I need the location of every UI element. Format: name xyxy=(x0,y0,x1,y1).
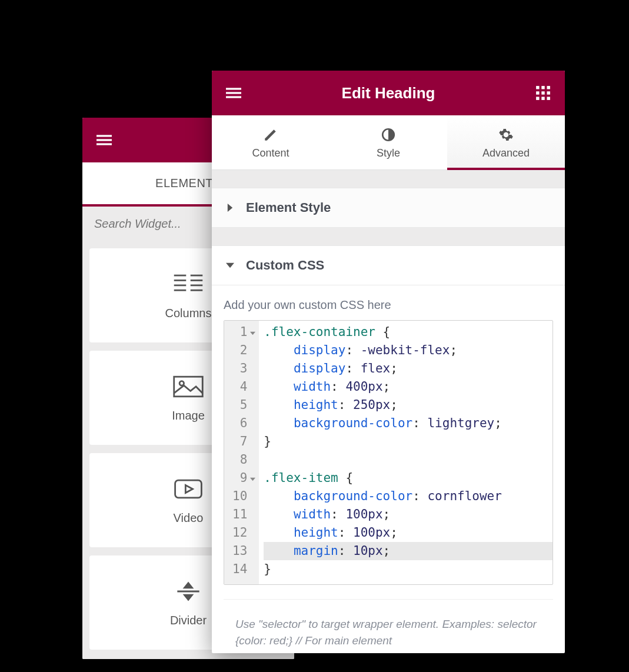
caret-down-icon xyxy=(226,261,234,270)
code-line[interactable]: .flex-item { xyxy=(264,469,553,487)
code-line[interactable]: height: 250px; xyxy=(264,396,553,414)
svg-rect-18 xyxy=(536,86,539,89)
css-hint: Add your own custom CSS here xyxy=(224,298,553,312)
line-number: 5 xyxy=(232,396,255,414)
custom-css-area: Add your own custom CSS here 12345678910… xyxy=(212,285,565,648)
code-line[interactable]: background-color: lightgrey; xyxy=(264,414,553,433)
section-element-style[interactable]: Element Style xyxy=(212,188,565,228)
section-custom-css[interactable]: Custom CSS xyxy=(212,245,565,285)
line-number: 11 xyxy=(232,505,255,524)
panel-title: Edit Heading xyxy=(242,84,534,102)
svg-rect-15 xyxy=(226,88,241,89)
fold-caret-icon[interactable] xyxy=(250,331,255,336)
svg-rect-20 xyxy=(547,86,550,89)
svg-rect-24 xyxy=(536,97,539,100)
line-number: 7 xyxy=(232,433,255,451)
widget-label: Divider xyxy=(170,614,207,627)
svg-rect-1 xyxy=(96,139,112,141)
code-line[interactable]: .flex-container { xyxy=(264,323,553,341)
apps-grid-icon[interactable] xyxy=(534,84,552,102)
svg-rect-22 xyxy=(541,91,544,94)
line-number: 12 xyxy=(232,524,255,542)
line-gutter: 1234567891011121314 xyxy=(224,321,259,584)
tab-content[interactable]: Content xyxy=(212,115,330,169)
code-line[interactable]: margin: 10px; xyxy=(264,542,553,560)
note: Use "selector" to target wrapper element… xyxy=(224,599,553,648)
line-number: 2 xyxy=(232,341,255,360)
svg-rect-0 xyxy=(96,135,112,137)
svg-rect-25 xyxy=(541,97,544,100)
line-number: 4 xyxy=(232,378,255,396)
line-number: 9 xyxy=(232,469,255,487)
widget-label: Image xyxy=(172,409,205,423)
tab-advanced[interactable]: Advanced xyxy=(447,115,565,170)
code-line[interactable]: display: -webkit-flex; xyxy=(264,341,553,360)
fold-caret-icon[interactable] xyxy=(250,477,255,482)
code-content[interactable]: .flex-container { display: -webkit-flex;… xyxy=(259,321,553,584)
note-text: Use "selector" to target wrapper element… xyxy=(235,616,541,648)
tab-style[interactable]: Style xyxy=(330,115,447,169)
svg-rect-16 xyxy=(226,92,241,94)
line-number: 13 xyxy=(232,542,255,560)
svg-rect-13 xyxy=(175,480,202,498)
tab-label: Style xyxy=(330,147,447,159)
svg-rect-19 xyxy=(541,86,544,89)
svg-rect-21 xyxy=(536,91,539,94)
widget-label: Video xyxy=(174,511,204,525)
line-number: 3 xyxy=(232,360,255,378)
line-number: 8 xyxy=(232,451,255,469)
code-line[interactable]: width: 400px; xyxy=(264,378,553,396)
code-line[interactable]: display: flex; xyxy=(264,360,553,378)
code-line[interactable]: } xyxy=(264,560,553,578)
widget-label: Columns xyxy=(165,307,212,320)
svg-rect-2 xyxy=(96,143,112,145)
tab-bar: ContentStyleAdvanced xyxy=(212,115,565,170)
svg-rect-23 xyxy=(547,91,550,94)
section-title: Custom CSS xyxy=(246,258,324,273)
tab-label: Advanced xyxy=(447,147,565,159)
caret-right-icon xyxy=(226,204,234,212)
svg-rect-17 xyxy=(226,96,241,98)
svg-point-12 xyxy=(179,381,184,385)
line-number: 6 xyxy=(232,414,255,433)
code-line[interactable]: height: 100px; xyxy=(264,524,553,542)
code-line[interactable]: width: 100px; xyxy=(264,505,553,524)
edit-header: Edit Heading xyxy=(212,71,565,115)
code-line[interactable] xyxy=(264,451,553,469)
code-line[interactable]: background-color: cornflower xyxy=(264,487,553,505)
tab-label: Content xyxy=(212,147,330,159)
code-line[interactable]: } xyxy=(264,433,553,451)
svg-rect-26 xyxy=(547,97,550,100)
edit-heading-panel: Edit Heading ContentStyleAdvanced Elemen… xyxy=(212,71,565,653)
hamburger-icon[interactable] xyxy=(95,131,113,149)
svg-rect-11 xyxy=(174,377,203,397)
line-number: 14 xyxy=(232,560,255,578)
section-title: Element Style xyxy=(246,200,331,215)
line-number: 10 xyxy=(232,487,255,505)
code-editor[interactable]: 1234567891011121314 .flex-container { di… xyxy=(224,320,553,585)
hamburger-icon[interactable] xyxy=(225,84,242,102)
line-number: 1 xyxy=(232,323,255,341)
